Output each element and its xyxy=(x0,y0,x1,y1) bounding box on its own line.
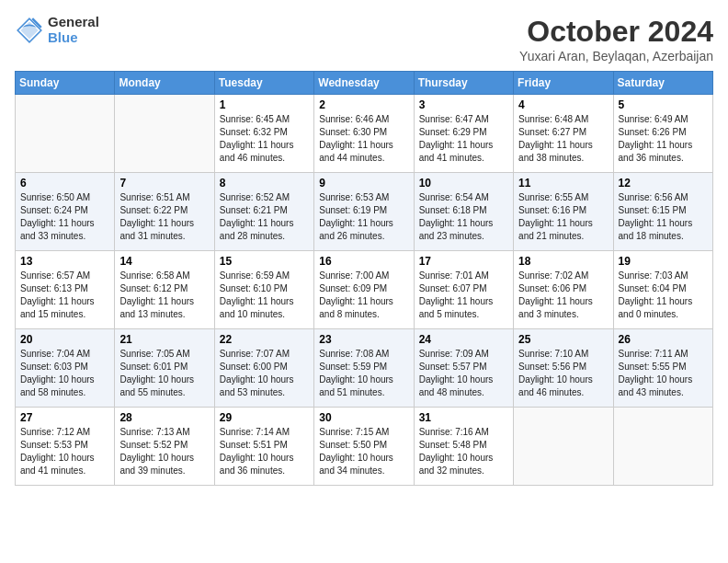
logo-general-text: General xyxy=(48,15,99,30)
calendar-cell: 5Sunrise: 6:49 AM Sunset: 6:26 PM Daylig… xyxy=(613,95,712,173)
day-info: Sunrise: 7:12 AM Sunset: 5:53 PM Dayligh… xyxy=(20,426,109,477)
day-info: Sunrise: 6:54 AM Sunset: 6:18 PM Dayligh… xyxy=(419,191,508,243)
calendar-cell: 18Sunrise: 7:02 AM Sunset: 6:06 PM Dayli… xyxy=(514,251,613,329)
calendar-week-1: 1Sunrise: 6:45 AM Sunset: 6:32 PM Daylig… xyxy=(16,95,713,173)
calendar-cell: 23Sunrise: 7:08 AM Sunset: 5:59 PM Dayli… xyxy=(314,329,414,408)
day-info: Sunrise: 7:02 AM Sunset: 6:06 PM Dayligh… xyxy=(518,270,608,321)
calendar-week-4: 20Sunrise: 7:04 AM Sunset: 6:03 PM Dayli… xyxy=(16,329,713,408)
day-number: 17 xyxy=(419,255,508,268)
calendar-cell: 13Sunrise: 6:57 AM Sunset: 6:13 PM Dayli… xyxy=(16,251,115,329)
day-number: 15 xyxy=(220,255,309,268)
calendar-cell: 21Sunrise: 7:05 AM Sunset: 6:01 PM Dayli… xyxy=(115,329,214,408)
page-header: General Blue October 2024 Yuxari Aran, B… xyxy=(15,15,713,63)
calendar-cell: 31Sunrise: 7:16 AM Sunset: 5:48 PM Dayli… xyxy=(414,408,513,486)
calendar-week-5: 27Sunrise: 7:12 AM Sunset: 5:53 PM Dayli… xyxy=(16,408,713,486)
day-number: 31 xyxy=(419,411,508,424)
day-number: 28 xyxy=(119,411,209,424)
day-number: 7 xyxy=(119,177,209,190)
day-number: 25 xyxy=(518,333,608,346)
calendar-cell: 19Sunrise: 7:03 AM Sunset: 6:04 PM Dayli… xyxy=(613,251,712,329)
day-info: Sunrise: 7:08 AM Sunset: 5:59 PM Dayligh… xyxy=(319,348,408,399)
day-info: Sunrise: 6:47 AM Sunset: 6:29 PM Dayligh… xyxy=(419,113,508,165)
calendar-cell: 25Sunrise: 7:10 AM Sunset: 5:56 PM Dayli… xyxy=(514,329,613,408)
calendar-cell: 7Sunrise: 6:51 AM Sunset: 6:22 PM Daylig… xyxy=(115,173,214,251)
calendar-week-2: 6Sunrise: 6:50 AM Sunset: 6:24 PM Daylig… xyxy=(16,173,713,251)
calendar-cell xyxy=(613,408,712,486)
calendar-cell: 30Sunrise: 7:15 AM Sunset: 5:50 PM Dayli… xyxy=(314,408,414,486)
day-info: Sunrise: 7:07 AM Sunset: 6:00 PM Dayligh… xyxy=(220,348,309,399)
calendar-cell: 15Sunrise: 6:59 AM Sunset: 6:10 PM Dayli… xyxy=(214,251,313,329)
day-number: 6 xyxy=(20,177,109,190)
weekday-header-tuesday: Tuesday xyxy=(214,72,313,95)
day-info: Sunrise: 6:56 AM Sunset: 6:15 PM Dayligh… xyxy=(619,191,708,243)
day-info: Sunrise: 6:49 AM Sunset: 6:26 PM Dayligh… xyxy=(619,113,708,165)
weekday-header-thursday: Thursday xyxy=(414,72,513,95)
day-info: Sunrise: 6:53 AM Sunset: 6:19 PM Dayligh… xyxy=(319,191,408,243)
day-info: Sunrise: 6:50 AM Sunset: 6:24 PM Dayligh… xyxy=(20,191,109,243)
day-number: 9 xyxy=(319,177,408,190)
calendar-cell xyxy=(16,95,115,173)
day-number: 18 xyxy=(518,255,608,268)
calendar-cell xyxy=(514,408,613,486)
calendar-cell: 16Sunrise: 7:00 AM Sunset: 6:09 PM Dayli… xyxy=(314,251,414,329)
day-number: 20 xyxy=(20,333,109,346)
calendar-cell: 27Sunrise: 7:12 AM Sunset: 5:53 PM Dayli… xyxy=(16,408,115,486)
calendar-cell: 8Sunrise: 6:52 AM Sunset: 6:21 PM Daylig… xyxy=(214,173,313,251)
day-info: Sunrise: 6:45 AM Sunset: 6:32 PM Dayligh… xyxy=(220,113,309,165)
day-number: 3 xyxy=(419,98,508,111)
calendar-cell: 6Sunrise: 6:50 AM Sunset: 6:24 PM Daylig… xyxy=(16,173,115,251)
calendar-body: 1Sunrise: 6:45 AM Sunset: 6:32 PM Daylig… xyxy=(16,95,713,486)
month-title: October 2024 xyxy=(519,15,713,49)
calendar-cell: 11Sunrise: 6:55 AM Sunset: 6:16 PM Dayli… xyxy=(514,173,613,251)
day-info: Sunrise: 7:13 AM Sunset: 5:52 PM Dayligh… xyxy=(119,426,209,477)
calendar-cell: 29Sunrise: 7:14 AM Sunset: 5:51 PM Dayli… xyxy=(214,408,313,486)
weekday-header-wednesday: Wednesday xyxy=(314,72,414,95)
logo-icon xyxy=(15,16,44,45)
day-info: Sunrise: 7:09 AM Sunset: 5:57 PM Dayligh… xyxy=(419,348,508,399)
day-number: 4 xyxy=(518,98,608,111)
calendar-cell: 1Sunrise: 6:45 AM Sunset: 6:32 PM Daylig… xyxy=(214,95,313,173)
day-number: 13 xyxy=(20,255,109,268)
day-info: Sunrise: 7:01 AM Sunset: 6:07 PM Dayligh… xyxy=(419,270,508,321)
day-info: Sunrise: 6:55 AM Sunset: 6:16 PM Dayligh… xyxy=(518,191,608,243)
day-info: Sunrise: 6:59 AM Sunset: 6:10 PM Dayligh… xyxy=(220,270,309,321)
weekday-header-friday: Friday xyxy=(514,72,613,95)
day-number: 21 xyxy=(119,333,209,346)
day-number: 29 xyxy=(220,411,309,424)
day-number: 26 xyxy=(619,333,708,346)
calendar-cell: 10Sunrise: 6:54 AM Sunset: 6:18 PM Dayli… xyxy=(414,173,513,251)
logo-text: General Blue xyxy=(48,15,99,45)
day-info: Sunrise: 7:15 AM Sunset: 5:50 PM Dayligh… xyxy=(319,426,408,477)
day-number: 23 xyxy=(319,333,408,346)
calendar-cell: 20Sunrise: 7:04 AM Sunset: 6:03 PM Dayli… xyxy=(16,329,115,408)
day-info: Sunrise: 6:57 AM Sunset: 6:13 PM Dayligh… xyxy=(20,270,109,321)
calendar-cell: 2Sunrise: 6:46 AM Sunset: 6:30 PM Daylig… xyxy=(314,95,414,173)
day-info: Sunrise: 7:00 AM Sunset: 6:09 PM Dayligh… xyxy=(319,270,408,321)
day-info: Sunrise: 6:58 AM Sunset: 6:12 PM Dayligh… xyxy=(119,270,209,321)
calendar-cell: 14Sunrise: 6:58 AM Sunset: 6:12 PM Dayli… xyxy=(115,251,214,329)
day-number: 27 xyxy=(20,411,109,424)
location: Yuxari Aran, Beylaqan, Azerbaijan xyxy=(519,49,713,63)
day-info: Sunrise: 7:05 AM Sunset: 6:01 PM Dayligh… xyxy=(119,348,209,399)
calendar-week-3: 13Sunrise: 6:57 AM Sunset: 6:13 PM Dayli… xyxy=(16,251,713,329)
day-info: Sunrise: 7:04 AM Sunset: 6:03 PM Dayligh… xyxy=(20,348,109,399)
day-number: 16 xyxy=(319,255,408,268)
title-section: October 2024 Yuxari Aran, Beylaqan, Azer… xyxy=(519,15,713,63)
day-number: 19 xyxy=(619,255,708,268)
day-number: 1 xyxy=(220,98,309,111)
calendar-cell: 4Sunrise: 6:48 AM Sunset: 6:27 PM Daylig… xyxy=(514,95,613,173)
logo: General Blue xyxy=(15,15,99,45)
day-number: 10 xyxy=(419,177,508,190)
calendar-cell: 3Sunrise: 6:47 AM Sunset: 6:29 PM Daylig… xyxy=(414,95,513,173)
day-number: 11 xyxy=(518,177,608,190)
day-number: 24 xyxy=(419,333,508,346)
day-info: Sunrise: 7:11 AM Sunset: 5:55 PM Dayligh… xyxy=(619,348,708,399)
day-info: Sunrise: 7:10 AM Sunset: 5:56 PM Dayligh… xyxy=(518,348,608,399)
weekday-header-saturday: Saturday xyxy=(613,72,712,95)
weekday-row: SundayMondayTuesdayWednesdayThursdayFrid… xyxy=(16,72,713,95)
logo-blue-text: Blue xyxy=(48,30,99,46)
calendar-cell: 17Sunrise: 7:01 AM Sunset: 6:07 PM Dayli… xyxy=(414,251,513,329)
calendar-cell: 28Sunrise: 7:13 AM Sunset: 5:52 PM Dayli… xyxy=(115,408,214,486)
day-number: 12 xyxy=(619,177,708,190)
calendar-cell: 22Sunrise: 7:07 AM Sunset: 6:00 PM Dayli… xyxy=(214,329,313,408)
